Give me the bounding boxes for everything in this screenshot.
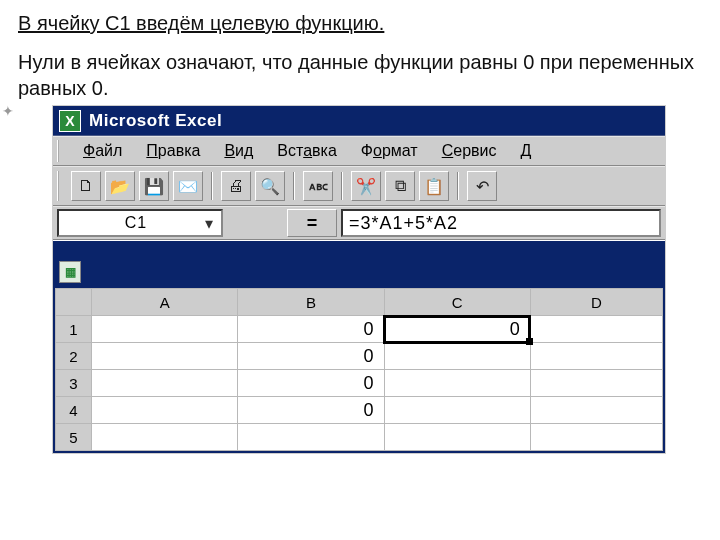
formula-row: C1 ▾ = =3*A1+5*A2 <box>53 206 665 240</box>
cell-c4[interactable] <box>384 397 530 424</box>
cell-c3[interactable] <box>384 370 530 397</box>
row-header-4[interactable]: 4 <box>56 397 92 424</box>
menu-tools[interactable]: Сервис <box>430 140 509 162</box>
menubar: ФайлПравкаВидВставкаФорматСервисД <box>53 136 665 166</box>
col-header-c[interactable]: C <box>384 289 530 316</box>
paste-icon[interactable]: 📋 <box>419 171 449 201</box>
cell-b2[interactable]: 0 <box>238 343 384 370</box>
cell-d5[interactable] <box>530 424 662 451</box>
excel-app-icon[interactable]: X <box>59 110 81 132</box>
workbook-icon[interactable]: ▦ <box>59 261 81 283</box>
workbook-window: ▦ A B C D 1 <box>53 254 665 453</box>
cell-d3[interactable] <box>530 370 662 397</box>
cell-a5[interactable] <box>92 424 238 451</box>
excel-window: X Microsoft Excel ФайлПравкаВидВставкаФо… <box>52 105 666 454</box>
col-header-b[interactable]: B <box>238 289 384 316</box>
preview-icon[interactable]: 🔍 <box>255 171 285 201</box>
menu-insert[interactable]: Вставка <box>265 140 348 162</box>
mail-icon[interactable]: ✉️ <box>173 171 203 201</box>
cell-c2[interactable] <box>384 343 530 370</box>
toolbar-separator <box>341 172 343 200</box>
cell-b5[interactable] <box>238 424 384 451</box>
spreadsheet-grid[interactable]: A B C D 1 0 0 2 0 <box>55 288 663 451</box>
cell-a3[interactable] <box>92 370 238 397</box>
window-title: Microsoft Excel <box>89 111 222 131</box>
toolbar-separator <box>293 172 295 200</box>
menu-format[interactable]: Формат <box>349 140 430 162</box>
cell-d4[interactable] <box>530 397 662 424</box>
toolbar-separator <box>211 172 213 200</box>
select-all-corner[interactable] <box>56 289 92 316</box>
cell-b3[interactable]: 0 <box>238 370 384 397</box>
name-box-value: C1 <box>67 214 205 232</box>
row-header-3[interactable]: 3 <box>56 370 92 397</box>
cell-a2[interactable] <box>92 343 238 370</box>
toolbar: 🗋 📂 💾 ✉️ 🖨 🔍 ᴀʙᴄ ✂️ ⧉ 📋 ↶ <box>53 166 665 206</box>
slide-body-text: Нули в ячейках означают, что данные функ… <box>18 49 702 101</box>
menu-view[interactable]: Вид <box>212 140 265 162</box>
cell-b4[interactable]: 0 <box>238 397 384 424</box>
formula-equals-button[interactable]: = <box>287 209 337 237</box>
cell-c1[interactable]: 0 <box>384 316 530 343</box>
col-header-d[interactable]: D <box>530 289 662 316</box>
cut-icon[interactable]: ✂️ <box>351 171 381 201</box>
menubar-handle[interactable] <box>57 140 63 162</box>
menu-file[interactable]: Файл <box>71 140 134 162</box>
spellcheck-icon[interactable]: ᴀʙᴄ <box>303 171 333 201</box>
copy-icon[interactable]: ⧉ <box>385 171 415 201</box>
row-header-2[interactable]: 2 <box>56 343 92 370</box>
cell-a4[interactable] <box>92 397 238 424</box>
row-header-1[interactable]: 1 <box>56 316 92 343</box>
print-icon[interactable]: 🖨 <box>221 171 251 201</box>
workbook-titlebar: ▦ <box>55 256 663 288</box>
name-box[interactable]: C1 ▾ <box>57 209 223 237</box>
open-icon[interactable]: 📂 <box>105 171 135 201</box>
toolbar-handle[interactable] <box>57 171 63 201</box>
formula-bar[interactable]: =3*A1+5*A2 <box>341 209 661 237</box>
titlebar: X Microsoft Excel <box>53 106 665 136</box>
cell-b1[interactable]: 0 <box>238 316 384 343</box>
slide-heading: В ячейку С1 введём целевую функцию. <box>18 12 702 35</box>
mdi-gap <box>53 240 665 254</box>
col-header-a[interactable]: A <box>92 289 238 316</box>
cell-c5[interactable] <box>384 424 530 451</box>
toolbar-separator <box>457 172 459 200</box>
save-icon[interactable]: 💾 <box>139 171 169 201</box>
placeholder-marker: ✦ <box>2 103 14 119</box>
row-header-5[interactable]: 5 <box>56 424 92 451</box>
name-box-dropdown-icon[interactable]: ▾ <box>205 214 213 233</box>
undo-icon[interactable]: ↶ <box>467 171 497 201</box>
cell-a1[interactable] <box>92 316 238 343</box>
menu-edit[interactable]: Правка <box>134 140 212 162</box>
cell-d1[interactable] <box>530 316 662 343</box>
new-icon[interactable]: 🗋 <box>71 171 101 201</box>
cell-d2[interactable] <box>530 343 662 370</box>
menu-d[interactable]: Д <box>508 140 543 162</box>
